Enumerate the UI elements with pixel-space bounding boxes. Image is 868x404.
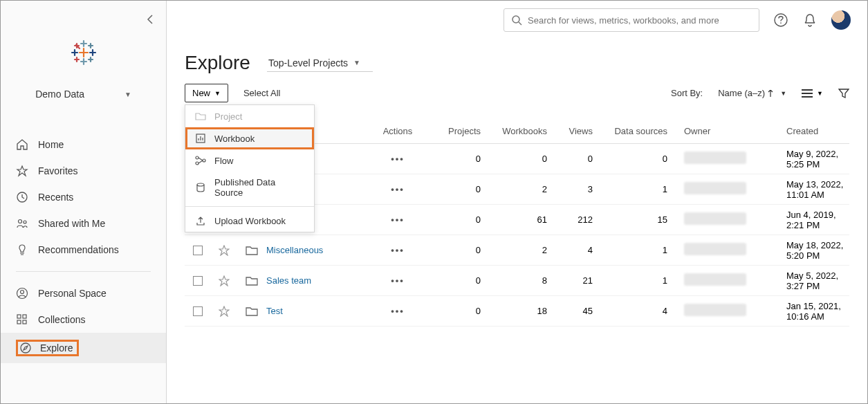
- cell-views: 212: [547, 214, 593, 225]
- project-name-link[interactable]: Miscellaneous: [266, 245, 369, 255]
- cell-owner: [667, 273, 757, 288]
- svg-rect-26: [17, 320, 21, 324]
- nav-collections[interactable]: Collections: [1, 306, 166, 333]
- upload-workbook-item[interactable]: Upload Workbook: [185, 210, 314, 232]
- site-name: Demo Data: [35, 89, 84, 100]
- col-created[interactable]: Created: [757, 126, 849, 136]
- col-projects[interactable]: Projects: [427, 126, 481, 136]
- table-row[interactable]: Test•••018454Jan 15, 2021, 10:16 AM: [185, 296, 849, 327]
- cell-owner: [667, 212, 757, 227]
- nav-home[interactable]: Home: [1, 131, 166, 158]
- nav-recommendations[interactable]: Recommendations: [1, 237, 166, 263]
- cell-projects: 0: [427, 306, 481, 316]
- nav-home-label: Home: [38, 139, 64, 150]
- favorite-star[interactable]: [211, 275, 237, 286]
- nav-explore[interactable]: Explore: [1, 333, 166, 363]
- folder-icon: [195, 111, 206, 122]
- nav-recommendations-label: Recommendations: [38, 244, 119, 255]
- sort-asc-icon: [768, 90, 773, 97]
- folder-icon: [237, 275, 266, 286]
- row-checkbox[interactable]: [193, 276, 203, 286]
- nav-favorites[interactable]: Favorites: [1, 158, 166, 184]
- cell-workbooks: 61: [481, 214, 547, 225]
- col-views[interactable]: Views: [547, 126, 593, 136]
- filter-icon[interactable]: [838, 88, 849, 99]
- nav-shared[interactable]: Shared with Me: [1, 210, 166, 237]
- new-workbook-item[interactable]: Workbook: [185, 127, 314, 149]
- row-checkbox[interactable]: [193, 306, 203, 316]
- folder-icon: [237, 306, 266, 317]
- row-actions-menu[interactable]: •••: [391, 154, 405, 164]
- cell-owner: [667, 182, 757, 196]
- search-input[interactable]: [528, 15, 752, 26]
- main-content: Explore Top-Level Projects ▼ New ▼ Selec…: [167, 1, 867, 403]
- site-selector[interactable]: Demo Data ▼: [1, 82, 166, 107]
- col-owner[interactable]: Owner: [667, 126, 757, 136]
- nav-favorites-label: Favorites: [38, 165, 78, 176]
- cell-projects: 0: [427, 214, 481, 225]
- cell-workbooks: 18: [481, 306, 547, 316]
- row-actions-menu[interactable]: •••: [391, 245, 405, 255]
- cell-workbooks: 2: [481, 184, 547, 194]
- row-actions-menu[interactable]: •••: [391, 184, 405, 194]
- nav-explore-label: Explore: [40, 342, 73, 354]
- nav-shared-label: Shared with Me: [38, 218, 105, 229]
- nav-personal-space[interactable]: Personal Space: [1, 280, 166, 306]
- cell-views: 3: [547, 184, 593, 194]
- cell-created: Jan 15, 2021, 10:16 AM: [757, 301, 849, 322]
- cell-sources: 1: [593, 184, 667, 194]
- breadcrumb-dropdown[interactable]: Top-Level Projects ▼: [267, 55, 373, 72]
- favorite-star[interactable]: [211, 245, 237, 256]
- sort-by-value[interactable]: Name (a–z) ▼: [718, 88, 786, 98]
- nav-recents-label: Recents: [38, 192, 73, 203]
- row-checkbox[interactable]: [193, 246, 203, 255]
- row-actions-menu[interactable]: •••: [391, 306, 405, 316]
- cell-sources: 4: [593, 306, 667, 316]
- search-icon: [511, 15, 522, 26]
- project-name-link[interactable]: Test: [266, 306, 369, 316]
- select-all-button[interactable]: Select All: [243, 88, 280, 98]
- collapse-sidebar-icon[interactable]: [147, 15, 154, 24]
- nav-recents[interactable]: Recents: [1, 184, 166, 210]
- page-title: Explore: [185, 52, 250, 74]
- chevron-down-icon: ▼: [214, 90, 221, 97]
- col-actions[interactable]: Actions: [369, 126, 427, 136]
- sidebar: Demo Data ▼ Home Favorites Recents Share…: [1, 1, 167, 403]
- svg-point-29: [513, 16, 519, 23]
- row-actions-menu[interactable]: •••: [391, 214, 405, 225]
- cell-projects: 0: [427, 275, 481, 286]
- notifications-icon[interactable]: [802, 12, 818, 28]
- cell-projects: 0: [427, 184, 481, 194]
- new-flow-item[interactable]: Flow: [185, 149, 314, 172]
- new-flow-label: Flow: [214, 156, 233, 166]
- row-actions-menu[interactable]: •••: [391, 275, 405, 286]
- svg-point-42: [197, 183, 204, 186]
- col-sources[interactable]: Data sources: [593, 126, 667, 136]
- col-workbooks[interactable]: Workbooks: [481, 126, 547, 136]
- svg-point-23: [21, 291, 24, 294]
- svg-line-30: [519, 22, 521, 25]
- help-icon[interactable]: [773, 12, 788, 28]
- user-avatar[interactable]: [831, 10, 851, 30]
- cell-created: May 5, 2022, 3:27 PM: [757, 270, 849, 291]
- new-project-item: Project: [185, 105, 314, 127]
- new-button[interactable]: New ▼: [185, 84, 228, 102]
- table-row[interactable]: Miscellaneous•••0241May 18, 2022, 5:20 P…: [185, 235, 849, 266]
- project-name-link[interactable]: Sales team: [266, 275, 369, 286]
- new-pds-item[interactable]: Published Data Source: [185, 172, 314, 203]
- datasource-icon: [195, 182, 206, 193]
- cell-created: May 9, 2022, 5:25 PM: [757, 149, 849, 169]
- nav-personal-label: Personal Space: [38, 288, 107, 299]
- favorite-star[interactable]: [211, 306, 237, 317]
- svg-rect-24: [17, 315, 21, 318]
- view-mode-toggle[interactable]: ▼: [802, 89, 823, 98]
- chevron-down-icon: ▼: [353, 59, 360, 66]
- table-row[interactable]: Sales team•••08211May 5, 2022, 3:27 PM: [185, 266, 849, 296]
- cell-views: 21: [547, 275, 593, 286]
- new-button-label: New: [192, 88, 210, 98]
- cell-views: 45: [547, 306, 593, 316]
- cell-owner: [667, 304, 757, 318]
- cell-sources: 1: [593, 245, 667, 255]
- cell-sources: 15: [593, 214, 667, 225]
- search-box[interactable]: [504, 8, 759, 32]
